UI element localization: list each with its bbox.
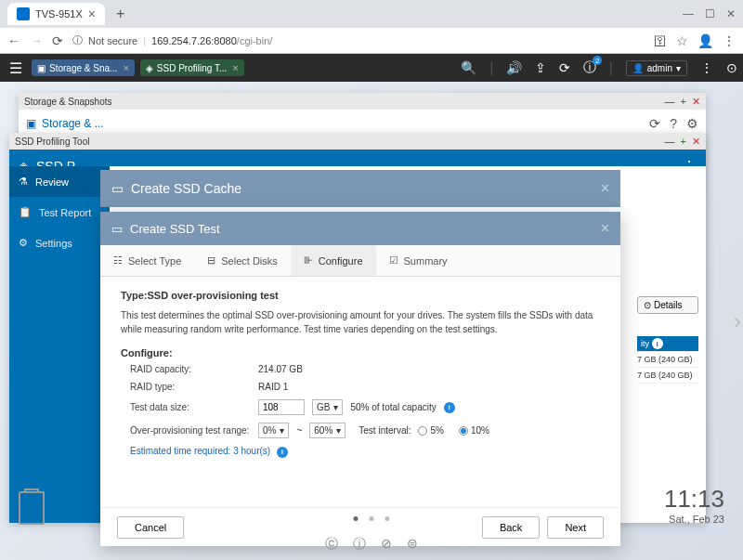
key-icon[interactable]: ⚿ (654, 33, 667, 48)
op-min-select[interactable]: 0% ▾ (258, 423, 289, 438)
task-label: Storage & Sna... (49, 63, 117, 73)
nc-icon[interactable]: ⊘ (381, 536, 392, 553)
desktop-pager[interactable] (354, 516, 390, 521)
disk-icon: ⊟ (207, 254, 215, 267)
back-button[interactable]: Back (482, 516, 540, 539)
task-close-icon[interactable]: × (232, 62, 238, 73)
clock-time: 11:13 (664, 485, 724, 514)
refresh-icon[interactable]: ⟳ (559, 60, 570, 75)
step-select-disks[interactable]: ⊟Select Disks (194, 245, 291, 276)
page-dot[interactable] (354, 516, 358, 521)
maximize-icon[interactable]: ☐ (705, 7, 715, 20)
storage-icon: ▣ (37, 63, 46, 73)
info-badge-icon[interactable]: ⓘ (583, 59, 596, 76)
page-dot[interactable] (370, 516, 374, 521)
person-icon[interactable]: ⓘ (353, 536, 366, 553)
step-summary[interactable]: ☑Summary (376, 245, 461, 276)
browser-tab[interactable]: TVS-951X × (7, 3, 105, 25)
address-bar[interactable]: ⓘ Not secure | 169.254.7.26:8080/cgi-bin… (72, 33, 645, 47)
interval-5-radio[interactable]: 5% (418, 425, 443, 436)
user-label: admin (647, 63, 672, 73)
sidebar-item-review[interactable]: ⚗ Review (9, 166, 110, 197)
menu-icon[interactable]: ⋮ (723, 33, 736, 48)
close-icon[interactable]: ✕ (726, 7, 736, 20)
range-separator: ~ (296, 425, 302, 436)
modal-create-cache-header: ▭ Create SSD Cache × (100, 170, 620, 207)
account-icon[interactable]: 👤 (697, 33, 713, 48)
minimize-icon[interactable]: — (683, 7, 694, 20)
details-button[interactable]: ⊙ Details (637, 296, 698, 314)
maximize-icon[interactable]: + (681, 96, 686, 108)
new-tab-button[interactable]: + (109, 6, 132, 22)
close-icon[interactable]: ✕ (692, 96, 700, 108)
info-icon: ⓘ (72, 33, 83, 47)
back-button[interactable]: ← (7, 33, 20, 48)
chevron-down-icon: ▾ (280, 425, 284, 436)
sidebar-label: Test Report (39, 207, 91, 218)
next-button[interactable]: Next (547, 516, 604, 539)
modal-create-ssd-test: ▭ Create SSD Test × ☷Select Type ⊟Select… (100, 212, 620, 546)
favicon (17, 7, 30, 20)
close-icon[interactable]: × (601, 180, 609, 197)
user-menu[interactable]: 👤 admin ▾ (626, 60, 687, 76)
test-size-label: Test data size: (130, 402, 251, 412)
interval-10-radio[interactable]: 10% (459, 425, 489, 436)
minimize-icon[interactable]: — (665, 136, 675, 148)
raid-capacity-value: 214.07 GB (258, 364, 303, 374)
close-icon[interactable]: × (601, 220, 609, 237)
eq-icon[interactable]: ⊜ (407, 536, 418, 553)
raid-type-label: RAID type: (130, 382, 251, 392)
task-storage[interactable]: ▣ Storage & Sna... × (32, 59, 135, 76)
close-icon[interactable]: ✕ (692, 136, 700, 148)
trash-icon[interactable] (19, 491, 45, 525)
tab-title: TVS-951X (35, 8, 83, 20)
security-label: Not secure (88, 35, 137, 46)
forward-button[interactable]: → (30, 33, 43, 48)
page-dot[interactable] (385, 516, 390, 521)
sidebar-item-settings[interactable]: ⚙ Settings (9, 228, 110, 258)
test-size-input[interactable] (258, 399, 305, 415)
desktop-next-icon[interactable]: › (734, 308, 741, 334)
clock-date: Sat., Feb 23 (664, 514, 724, 525)
help-icon[interactable]: ? (670, 116, 677, 131)
sliders-icon: ⊪ (304, 254, 313, 267)
refresh-icon[interactable]: ⟳ (649, 116, 660, 131)
step-configure[interactable]: ⊪Configure (291, 245, 376, 276)
step-select-type[interactable]: ☷Select Type (100, 245, 194, 276)
dashboard-icon[interactable]: ⊙ (726, 60, 737, 75)
summary-icon: ☑ (389, 254, 398, 267)
drive-icon: ▭ (111, 181, 124, 196)
maximize-icon[interactable]: + (681, 136, 686, 148)
window-title: SSD Profiling Tool (15, 137, 89, 147)
drive-row: 7 GB (240 GB) (637, 352, 698, 368)
window-title: Storage & Snapshots (24, 97, 112, 107)
tasks-icon[interactable]: ⇪ (535, 60, 546, 75)
test-size-unit-select[interactable]: GB ▾ (312, 399, 343, 415)
cc-icon[interactable]: ⓒ (325, 536, 338, 553)
task-label: SSD Profiling T... (157, 63, 227, 73)
tab-close-icon[interactable]: × (88, 7, 96, 21)
info-icon[interactable]: i (277, 447, 288, 458)
more-icon[interactable]: ⋮ (700, 60, 713, 75)
hamburger-icon[interactable]: ☰ (6, 59, 26, 77)
clock: 11:13 Sat., Feb 23 (664, 485, 724, 525)
volume-icon[interactable]: 🔊 (506, 60, 522, 75)
op-range-label: Over-provisioning test range: (130, 425, 251, 436)
reload-button[interactable]: ⟳ (52, 33, 63, 48)
details-label: Details (654, 300, 683, 310)
cancel-button[interactable]: Cancel (117, 516, 184, 539)
op-max-select[interactable]: 60% ▾ (309, 423, 345, 438)
interval-label: Test interval: (358, 425, 411, 436)
info-icon[interactable]: i (444, 402, 455, 413)
minimize-icon[interactable]: — (665, 96, 675, 108)
sidebar-item-reports[interactable]: 📋 Test Report (9, 197, 110, 228)
search-icon[interactable]: 🔍 (461, 60, 476, 75)
task-close-icon[interactable]: × (123, 62, 128, 73)
raid-type-value: RAID 1 (258, 382, 288, 392)
task-ssdp[interactable]: ◈ SSD Profiling T... × (140, 59, 244, 76)
flask-icon: ⚗ (19, 176, 28, 188)
gear-icon[interactable]: ⚙ (686, 116, 698, 131)
star-icon[interactable]: ☆ (676, 33, 688, 48)
user-icon: 👤 (632, 63, 644, 73)
sidebar-label: Review (35, 176, 69, 188)
